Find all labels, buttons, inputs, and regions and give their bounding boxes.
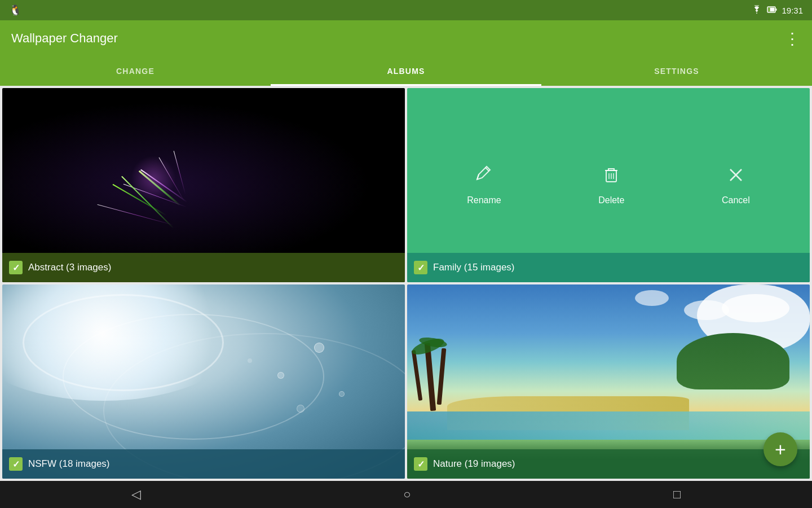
nsfw-name: NSFW (18 images) bbox=[28, 458, 110, 470]
cancel-label: Cancel bbox=[722, 195, 750, 205]
recents-button[interactable]: □ bbox=[673, 487, 681, 502]
nav-bar: ◁ ○ □ bbox=[0, 481, 812, 508]
nature-checkbox[interactable]: ✓ bbox=[414, 457, 427, 471]
delete-label: Delete bbox=[598, 195, 624, 205]
context-menu-container: Rename Delete bbox=[407, 154, 810, 217]
app-title: Wallpaper Changer bbox=[11, 31, 118, 46]
clock: 19:31 bbox=[782, 6, 803, 15]
nature-name: Nature (19 images) bbox=[433, 458, 515, 470]
family-name: Family (15 images) bbox=[433, 262, 515, 273]
album-family[interactable]: Rename Delete bbox=[407, 88, 810, 282]
delete-action[interactable]: Delete bbox=[598, 165, 624, 205]
wifi-icon bbox=[751, 5, 762, 16]
back-button[interactable]: ◁ bbox=[131, 487, 141, 502]
tab-change[interactable]: CHANGE bbox=[0, 56, 271, 86]
status-left: 🐧 bbox=[9, 4, 21, 16]
album-nature[interactable]: ✓ Nature (19 images) bbox=[407, 284, 810, 479]
rename-action[interactable]: Rename bbox=[467, 165, 501, 205]
svg-rect-3 bbox=[769, 7, 770, 11]
cancel-action[interactable]: Cancel bbox=[722, 165, 750, 205]
status-bar: 🐧 19:31 bbox=[0, 0, 812, 20]
rename-label: Rename bbox=[467, 195, 501, 205]
album-abstract[interactable]: ✓ Abstract (3 images) bbox=[2, 88, 405, 282]
album-nsfw[interactable]: ✓ NSFW (18 images) bbox=[2, 284, 405, 479]
albums-grid: ✓ Abstract (3 images) bbox=[0, 86, 812, 481]
tab-albums[interactable]: ALBUMS bbox=[271, 56, 541, 86]
cancel-icon bbox=[726, 165, 746, 190]
abstract-checkbox[interactable]: ✓ bbox=[9, 261, 23, 274]
family-checkbox[interactable]: ✓ bbox=[414, 261, 427, 274]
abstract-label-bar: ✓ Abstract (3 images) bbox=[2, 253, 405, 282]
tab-settings[interactable]: SETTINGS bbox=[541, 56, 812, 86]
home-button[interactable]: ○ bbox=[403, 487, 411, 502]
add-album-fab[interactable]: + bbox=[764, 432, 797, 466]
fab-plus-icon: + bbox=[775, 440, 786, 459]
nsfw-label-bar: ✓ NSFW (18 images) bbox=[2, 449, 405, 479]
tabs-bar: CHANGE ALBUMS SETTINGS bbox=[0, 56, 812, 86]
app-bar: Wallpaper Changer ⋮ bbox=[0, 20, 812, 56]
delete-icon bbox=[601, 165, 621, 190]
status-right: 19:31 bbox=[751, 5, 803, 16]
app-icon: 🐧 bbox=[9, 4, 21, 16]
battery-icon bbox=[767, 5, 777, 16]
more-options-icon[interactable]: ⋮ bbox=[784, 29, 801, 48]
nature-label-bar: ✓ Nature (19 images) bbox=[407, 449, 810, 479]
svg-rect-1 bbox=[776, 8, 777, 11]
nsfw-checkbox[interactable]: ✓ bbox=[9, 457, 23, 471]
rename-icon bbox=[474, 165, 494, 190]
family-label-bar: ✓ Family (15 images) bbox=[407, 253, 810, 282]
abstract-name: Abstract (3 images) bbox=[28, 262, 111, 273]
